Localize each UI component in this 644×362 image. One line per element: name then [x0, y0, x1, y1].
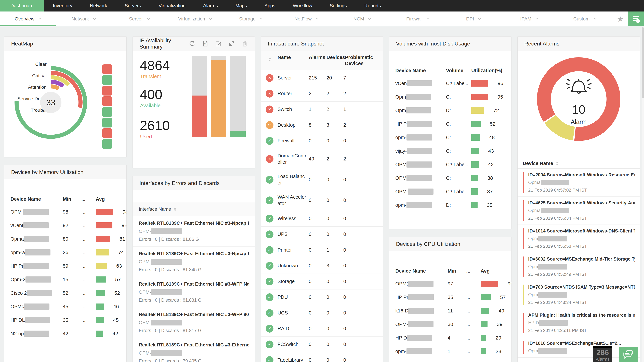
- tab-custom[interactable]: Custom: [557, 12, 612, 26]
- export-icon[interactable]: </>: [202, 40, 208, 47]
- sort-icon[interactable]: [174, 207, 176, 211]
- nav-item-settings[interactable]: Settings: [321, 0, 356, 12]
- heatmap-tile-4[interactable]: [102, 107, 112, 117]
- column-header-devices[interactable]: Devices: [326, 54, 345, 60]
- interface-row[interactable]: Realtek RTL8139C+ Fast Ethernet NIC #3-W…: [133, 307, 255, 338]
- nav-item-virtualization[interactable]: Virtualization: [150, 0, 194, 12]
- heatmap-tile-1[interactable]: [102, 75, 112, 85]
- table-row[interactable]: HP DL35...45: [10, 313, 120, 327]
- table-row[interactable]: ✓PDU000: [261, 289, 383, 305]
- tab-overview[interactable]: Overview: [0, 12, 56, 26]
- table-row[interactable]: OPMc45...46: [10, 300, 120, 313]
- heatmap-tile-6[interactable]: [102, 128, 112, 138]
- table-row[interactable]: ×Server215207: [261, 70, 383, 86]
- table-row[interactable]: ×Switch121: [261, 102, 383, 117]
- table-row[interactable]: !!Desktop832: [261, 117, 383, 133]
- tab-storage[interactable]: Storage: [223, 12, 278, 26]
- column-header-utilization[interactable]: Utilization(%): [471, 68, 505, 73]
- table-row[interactable]: HP D4...29: [395, 331, 505, 344]
- column-header-avg[interactable]: Avg: [96, 196, 120, 202]
- alarm-row[interactable]: ID=700 Source=NTDS ISAM Type=3 Message=N…: [518, 281, 640, 309]
- tab-ipam[interactable]: IPAM: [501, 12, 557, 26]
- nav-item-servers[interactable]: Servers: [116, 0, 150, 12]
- resize-icon[interactable]: [228, 40, 235, 47]
- column-header-device-name[interactable]: Device Name: [395, 68, 446, 73]
- table-row[interactable]: Opm-215...57: [10, 273, 120, 286]
- category-name[interactable]: UCS: [278, 310, 309, 316]
- category-name[interactable]: RAID: [278, 325, 309, 332]
- table-row[interactable]: HP PC:52: [395, 117, 505, 131]
- nav-item-workflow[interactable]: Workflow: [284, 0, 321, 12]
- delete-icon[interactable]: [242, 40, 248, 47]
- table-row[interactable]: opm-1...28: [395, 344, 505, 358]
- interface-name-header[interactable]: Interface Name: [133, 202, 255, 216]
- column-header-name[interactable]: Name: [278, 54, 309, 60]
- table-row[interactable]: opm-D:35: [395, 198, 505, 212]
- category-name[interactable]: Wireless: [278, 215, 309, 222]
- category-name[interactable]: FCSwitch: [278, 341, 309, 348]
- nav-item-alarms[interactable]: Alarms: [194, 0, 226, 12]
- category-name[interactable]: UPS: [278, 231, 309, 238]
- category-name[interactable]: DomainController: [278, 153, 309, 165]
- table-row[interactable]: ✓Wireless000: [261, 211, 383, 227]
- table-row[interactable]: OPM(4...19: [395, 358, 505, 362]
- sort-icon[interactable]: [556, 162, 558, 165]
- table-row[interactable]: OPM(97...99: [395, 277, 505, 290]
- category-name[interactable]: Printer: [278, 247, 309, 253]
- heatmap-tile-5[interactable]: [102, 118, 112, 127]
- tab-firewall[interactable]: Firewall: [390, 12, 446, 26]
- table-row[interactable]: HP Pr59...63: [10, 259, 120, 273]
- table-row[interactable]: OPMC:\ Label...42: [395, 158, 505, 171]
- category-name[interactable]: Unknown: [278, 263, 309, 269]
- table-row[interactable]: OPM-98...98: [10, 205, 120, 219]
- category-name[interactable]: Load Balancer: [278, 173, 309, 186]
- table-row[interactable]: k16-D11...49: [395, 304, 505, 317]
- page-scrollbar[interactable]: [642, 27, 644, 362]
- interface-row[interactable]: Realtek RTL8139C+ Fast Ethernet NIC #3-E…: [133, 338, 255, 362]
- table-row[interactable]: ✓Firewall000: [261, 133, 383, 149]
- table-row[interactable]: ×DomainController4922: [261, 149, 383, 169]
- nav-item-inventory[interactable]: Inventory: [44, 0, 81, 12]
- table-row[interactable]: ✓WAN Accelerator000: [261, 190, 383, 211]
- tab-ncm[interactable]: NCM: [334, 12, 390, 26]
- table-row[interactable]: ✓RAID000: [261, 321, 383, 337]
- column-header-avg[interactable]: Avg: [480, 268, 505, 274]
- category-name[interactable]: Firewall: [278, 138, 309, 144]
- nav-item-reports[interactable]: Reports: [356, 0, 390, 12]
- table-row[interactable]: opm-C:48: [395, 131, 505, 144]
- category-name[interactable]: Desktop: [278, 122, 309, 128]
- alarm-row[interactable]: ID=2004 Source=Microsoft-Windows-Resourc…: [518, 168, 640, 197]
- table-row[interactable]: ✓Printer010: [261, 242, 383, 258]
- category-name[interactable]: TapeLibrary: [278, 357, 309, 362]
- nav-item-dashboard[interactable]: Dashboard: [0, 0, 44, 12]
- table-row[interactable]: Opma80...81: [10, 232, 120, 246]
- category-name[interactable]: WAN Accelerator: [278, 194, 309, 207]
- tab-server[interactable]: Server: [112, 12, 167, 26]
- table-row[interactable]: opm-w26...74: [10, 246, 120, 259]
- table-row[interactable]: ✓Unknown030: [261, 258, 383, 274]
- column-header-min[interactable]: Min: [63, 196, 81, 202]
- alarm-count-badge[interactable]: 286 Alarms: [593, 346, 612, 362]
- table-row[interactable]: ×Router222: [261, 86, 383, 102]
- table-row[interactable]: Cisco 252...52: [10, 286, 120, 300]
- column-header-device-name[interactable]: Device Name: [395, 268, 448, 274]
- table-row[interactable]: vCenC:\ Label...96: [395, 77, 505, 90]
- scrollbar-thumb[interactable]: [642, 27, 644, 98]
- column-header-min[interactable]: Min: [448, 268, 466, 274]
- table-row[interactable]: OPM-C:\ Label...37: [395, 185, 505, 198]
- interface-row[interactable]: Realtek RTL8139C+ Fast Ethernet NIC #3-N…: [133, 216, 255, 247]
- nav-item-network[interactable]: Network: [81, 0, 116, 12]
- category-name[interactable]: Router: [278, 90, 309, 97]
- tab-virtualization[interactable]: Virtualization: [167, 12, 223, 26]
- heatmap-tile-0[interactable]: [102, 64, 112, 74]
- heatmap-tile-7[interactable]: [102, 139, 112, 149]
- nav-item-apps[interactable]: Apps: [256, 0, 284, 12]
- table-row[interactable]: N2-op42...42: [10, 327, 120, 340]
- category-name[interactable]: Server: [278, 75, 309, 81]
- table-row[interactable]: ✓Storage000: [261, 274, 383, 289]
- sort-icon[interactable]: [268, 58, 271, 61]
- table-row[interactable]: OpmD:72: [395, 104, 505, 117]
- alarm-row[interactable]: ID=1014 Source=Microsoft-Windows-DNS-Cli…: [518, 225, 640, 253]
- column-header-problematic-devices[interactable]: Problematic Devices: [345, 54, 378, 67]
- table-row[interactable]: vCent92...93: [10, 219, 120, 232]
